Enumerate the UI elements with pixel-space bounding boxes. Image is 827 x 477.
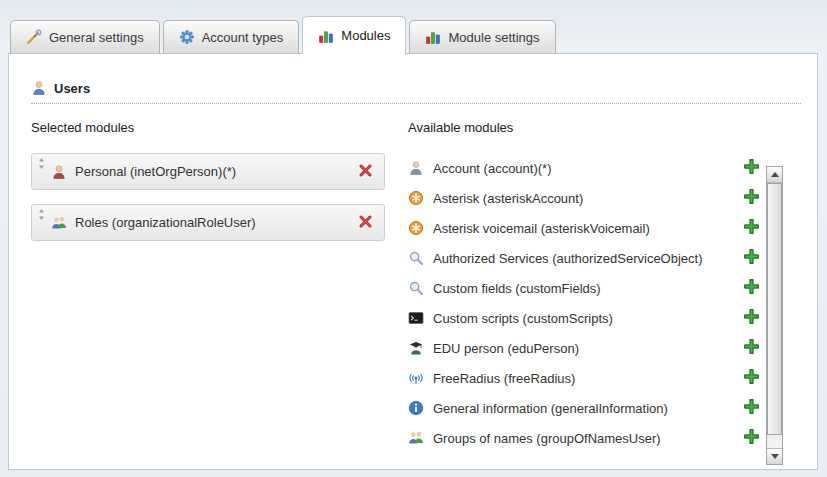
lam-configuration-page: General settings Account types Modules M… bbox=[0, 0, 827, 477]
graduate-person-icon bbox=[408, 340, 424, 356]
selected-module-label: Roles (organizationalRoleUser) bbox=[75, 215, 256, 230]
scrollbar[interactable] bbox=[766, 166, 783, 465]
tab-bar: General settings Account types Modules M… bbox=[10, 16, 556, 54]
tab-label: General settings bbox=[49, 30, 144, 45]
add-plus-icon bbox=[744, 429, 759, 447]
scroll-up-button[interactable] bbox=[767, 167, 782, 183]
add-module-button[interactable] bbox=[742, 217, 761, 239]
scrollbar-track[interactable] bbox=[767, 183, 782, 448]
selected-module-label: Personal (inetOrgPerson)(*) bbox=[75, 164, 236, 179]
selected-module-row: Roles (organizationalRoleUser) bbox=[31, 204, 385, 241]
available-module-row: General information (generalInformation) bbox=[408, 393, 761, 423]
tab-account-types[interactable]: Account types bbox=[163, 20, 300, 54]
selected-modules-title: Selected modules bbox=[31, 120, 385, 135]
remove-module-button[interactable] bbox=[356, 212, 375, 234]
available-module-label: EDU person (eduPerson) bbox=[433, 341, 579, 356]
available-module-label: Asterisk (asteriskAccount) bbox=[433, 191, 583, 206]
tab-label: Account types bbox=[202, 30, 284, 45]
drag-handle-icon[interactable] bbox=[36, 157, 47, 170]
selected-module-row: Personal (inetOrgPerson)(*) bbox=[31, 153, 385, 190]
available-module-row: Asterisk voicemail (asteriskVoicemail) bbox=[408, 213, 761, 243]
available-module-label: Asterisk voicemail (asteriskVoicemail) bbox=[433, 221, 650, 236]
magnifier-icon bbox=[408, 250, 424, 266]
add-module-button[interactable] bbox=[742, 367, 761, 389]
add-module-button[interactable] bbox=[742, 307, 761, 329]
remove-module-button[interactable] bbox=[356, 161, 375, 183]
available-module-row: Custom fields (customFields) bbox=[408, 273, 761, 303]
tools-icon bbox=[26, 29, 42, 45]
add-plus-icon bbox=[744, 369, 759, 387]
magnifier-icon bbox=[408, 280, 424, 296]
tab-modules[interactable]: Modules bbox=[302, 16, 406, 54]
modules-panel: Users Selected modules Personal (inetOrg… bbox=[8, 53, 818, 470]
available-module-row: Account (account)(*) bbox=[408, 153, 761, 183]
available-modules-column: Available modules Account (account)(*) A… bbox=[408, 120, 817, 453]
scrollbar-thumb[interactable] bbox=[767, 183, 782, 435]
available-module-row: Custom scripts (customScripts) bbox=[408, 303, 761, 333]
available-module-label: Account (account)(*) bbox=[433, 161, 552, 176]
selected-modules-column: Selected modules Personal (inetOrgPerson… bbox=[31, 120, 385, 453]
add-module-button[interactable] bbox=[742, 277, 761, 299]
user-icon bbox=[31, 80, 47, 96]
available-module-label: Custom fields (customFields) bbox=[433, 281, 601, 296]
info-icon bbox=[408, 400, 424, 416]
person-icon bbox=[51, 164, 67, 180]
available-module-row: FreeRadius (freeRadius) bbox=[408, 363, 761, 393]
add-module-button[interactable] bbox=[742, 157, 761, 179]
add-plus-icon bbox=[744, 339, 759, 357]
add-module-button[interactable] bbox=[742, 187, 761, 209]
asterisk-icon bbox=[408, 190, 424, 206]
antenna-icon bbox=[408, 370, 424, 386]
available-module-label: General information (generalInformation) bbox=[433, 401, 668, 416]
available-module-label: Groups of names (groupOfNamesUser) bbox=[433, 431, 661, 446]
badge-icon bbox=[179, 29, 195, 45]
add-plus-icon bbox=[744, 399, 759, 417]
available-module-row: Authorized Services (authorizedServiceOb… bbox=[408, 243, 761, 273]
available-module-label: FreeRadius (freeRadius) bbox=[433, 371, 575, 386]
arrow-down-icon bbox=[771, 454, 779, 459]
users-section-header: Users bbox=[31, 80, 801, 104]
modules-chart-icon bbox=[318, 28, 334, 44]
add-plus-icon bbox=[744, 249, 759, 267]
delete-x-icon bbox=[358, 163, 373, 181]
available-module-row: EDU person (eduPerson) bbox=[408, 333, 761, 363]
group-icon bbox=[408, 430, 424, 446]
section-title: Users bbox=[54, 81, 90, 96]
add-module-button[interactable] bbox=[742, 337, 761, 359]
module-columns: Selected modules Personal (inetOrgPerson… bbox=[9, 104, 817, 453]
add-module-button[interactable] bbox=[742, 247, 761, 269]
scroll-down-button[interactable] bbox=[767, 448, 782, 464]
add-module-button[interactable] bbox=[742, 427, 761, 449]
tab-module-settings[interactable]: Module settings bbox=[409, 20, 555, 54]
add-plus-icon bbox=[744, 279, 759, 297]
add-plus-icon bbox=[744, 159, 759, 177]
drag-handle-icon[interactable] bbox=[36, 208, 47, 221]
available-module-label: Authorized Services (authorizedServiceOb… bbox=[433, 251, 703, 266]
arrow-up-icon bbox=[771, 172, 779, 177]
available-modules-title: Available modules bbox=[408, 120, 761, 135]
add-plus-icon bbox=[744, 309, 759, 327]
available-module-row: Asterisk (asteriskAccount) bbox=[408, 183, 761, 213]
delete-x-icon bbox=[358, 214, 373, 232]
available-module-label: Custom scripts (customScripts) bbox=[433, 311, 613, 326]
tab-general-settings[interactable]: General settings bbox=[10, 20, 160, 54]
available-module-row: Groups of names (groupOfNamesUser) bbox=[408, 423, 761, 453]
add-plus-icon bbox=[744, 219, 759, 237]
modules-chart-icon bbox=[425, 29, 441, 45]
roles-group-icon bbox=[51, 215, 67, 231]
tab-label: Module settings bbox=[448, 30, 539, 45]
tab-label: Modules bbox=[341, 28, 390, 43]
add-module-button[interactable] bbox=[742, 397, 761, 419]
add-plus-icon bbox=[744, 189, 759, 207]
account-person-icon bbox=[408, 160, 424, 176]
console-script-icon bbox=[408, 310, 424, 326]
asterisk-icon bbox=[408, 220, 424, 236]
